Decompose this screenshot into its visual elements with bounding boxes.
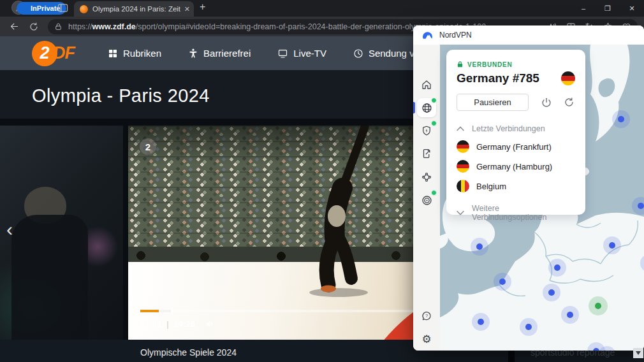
- window-controls: – ❐ ✕: [571, 0, 644, 17]
- home-icon[interactable]: [417, 75, 436, 94]
- help-icon[interactable]: ?: [417, 307, 436, 326]
- zdf-logo[interactable]: 2 DF: [32, 41, 75, 66]
- zdf-logo-df: DF: [53, 43, 75, 63]
- current-time: 01:01: [140, 319, 161, 329]
- recent-connection-germany-frankfurt[interactable]: Germany (Frankfurt): [457, 140, 575, 153]
- germany-flag-icon: [457, 140, 469, 153]
- carousel-prev-icon[interactable]: ‹: [6, 219, 13, 240]
- settings-gear-icon[interactable]: ⚙: [417, 329, 436, 349]
- connected-status-dot: [431, 98, 437, 103]
- tab-title: Olympia 2024 in Paris: Zeitplan, L: [92, 5, 180, 13]
- meshnet-icon[interactable]: [417, 168, 436, 187]
- previous-slide[interactable]: ‹: [0, 126, 123, 340]
- active-indicator: [413, 102, 415, 113]
- lock-icon: [457, 61, 464, 68]
- zdf-nav: Rubriken Barrierefrei Live-TV Sendung ve…: [108, 48, 446, 59]
- tv-icon: [277, 48, 288, 59]
- chevron-down-icon: [457, 210, 464, 215]
- dedicated-ip-target-icon[interactable]: [417, 191, 436, 210]
- map-server-dot[interactable]: [609, 242, 615, 249]
- enabled-status-dot: [431, 120, 437, 126]
- vpn-servers-globe-icon[interactable]: [417, 98, 436, 117]
- speaker-portrait-body: [11, 215, 88, 340]
- connected-server-dot[interactable]: [595, 303, 601, 309]
- belgium-flag-icon: [457, 180, 469, 192]
- minimize-button[interactable]: –: [571, 0, 596, 17]
- clock-icon: [353, 48, 363, 59]
- map-server-dot[interactable]: [525, 324, 532, 330]
- browser-tab[interactable]: Olympia 2024 in Paris: Zeitplan, L ✕: [74, 1, 194, 17]
- tab-favicon-icon: [80, 5, 88, 13]
- nordvpn-popup: NordVPN ? ⚙: [413, 25, 644, 351]
- map-server-dot[interactable]: [499, 279, 506, 285]
- connection-card: VERBUNDEN Germany #785 Pausieren Letzte …: [446, 50, 585, 215]
- connected-server-name: Germany #785: [457, 71, 539, 85]
- nav-live-tv[interactable]: Live-TV: [277, 48, 326, 59]
- nav-label: Rubriken: [123, 48, 161, 59]
- chevron-up-icon: [457, 126, 464, 131]
- lock-icon: [54, 22, 62, 31]
- connection-status: VERBUNDEN: [457, 61, 575, 68]
- map-server-dot[interactable]: [476, 243, 483, 250]
- back-icon[interactable]: [9, 21, 20, 32]
- status-label: VERBUNDEN: [467, 61, 513, 68]
- map-server-dot[interactable]: [593, 348, 599, 351]
- tab-strip: InPrivate Olympia 2024 in Paris: Zeitpla…: [0, 0, 644, 17]
- nav-rubriken[interactable]: Rubriken: [108, 48, 161, 59]
- nav-label: Barrierefrei: [203, 48, 251, 59]
- video-caption[interactable]: Olympische Spiele 2024: [140, 347, 237, 358]
- map-server-dot[interactable]: [554, 264, 560, 271]
- threat-protection-shield-icon[interactable]: [417, 121, 436, 140]
- scroll-down-arrow-icon: [636, 351, 641, 355]
- map-server-dot[interactable]: [567, 312, 573, 318]
- nordvpn-sidebar: ? ⚙: [413, 45, 440, 351]
- progress-elapsed: [140, 310, 159, 312]
- time-separator: |: [166, 319, 168, 329]
- more-connection-options[interactable]: Weitere Verbindungsoptionen: [457, 204, 575, 222]
- map-server-dot[interactable]: [638, 203, 644, 209]
- recent-connection-belgium[interactable]: Belgium: [457, 180, 575, 192]
- nordvpn-app-name: NordVPN: [439, 31, 472, 40]
- svg-text:?: ?: [425, 313, 428, 319]
- tab-close-icon[interactable]: ✕: [184, 5, 190, 13]
- recent-connections-header[interactable]: Letzte Verbindungen: [457, 124, 575, 133]
- split-tunneling-icon[interactable]: [417, 144, 436, 163]
- reconnect-icon[interactable]: [563, 96, 575, 108]
- scrollbar-down-button[interactable]: [633, 348, 643, 358]
- video-time-row: 01:01 | 29:26: [140, 319, 215, 329]
- volume-icon[interactable]: [204, 319, 215, 329]
- refresh-icon[interactable]: [29, 22, 39, 32]
- map-server-dot[interactable]: [618, 116, 624, 122]
- disconnect-power-icon[interactable]: [540, 96, 553, 109]
- nav-barrierefrei[interactable]: Barrierefrei: [188, 48, 251, 59]
- map-server-dot[interactable]: [478, 319, 484, 325]
- channel-badge: 2: [140, 138, 156, 155]
- restore-button[interactable]: ❐: [596, 0, 620, 17]
- vertical-tabs-icon[interactable]: [57, 3, 69, 13]
- duration: 29:26: [174, 319, 195, 329]
- grid-icon: [108, 48, 118, 59]
- enabled-status-dot: [431, 190, 437, 196]
- nordvpn-logo-icon: [422, 30, 433, 41]
- pause-button[interactable]: Pausieren: [457, 94, 529, 111]
- germany-flag-icon: [561, 71, 575, 85]
- page-title: Olympia - Paris 2024: [32, 85, 210, 106]
- close-button[interactable]: ✕: [620, 0, 644, 17]
- map-server-dot[interactable]: [548, 289, 555, 296]
- new-tab-button[interactable]: +: [200, 1, 205, 13]
- nav-label: Live-TV: [293, 48, 326, 59]
- germany-flag-icon: [457, 160, 469, 173]
- recent-connection-germany-hamburg[interactable]: Germany (Hamburg): [457, 160, 575, 173]
- nordvpn-header: NordVPN: [413, 25, 644, 45]
- accessibility-icon: [188, 48, 198, 59]
